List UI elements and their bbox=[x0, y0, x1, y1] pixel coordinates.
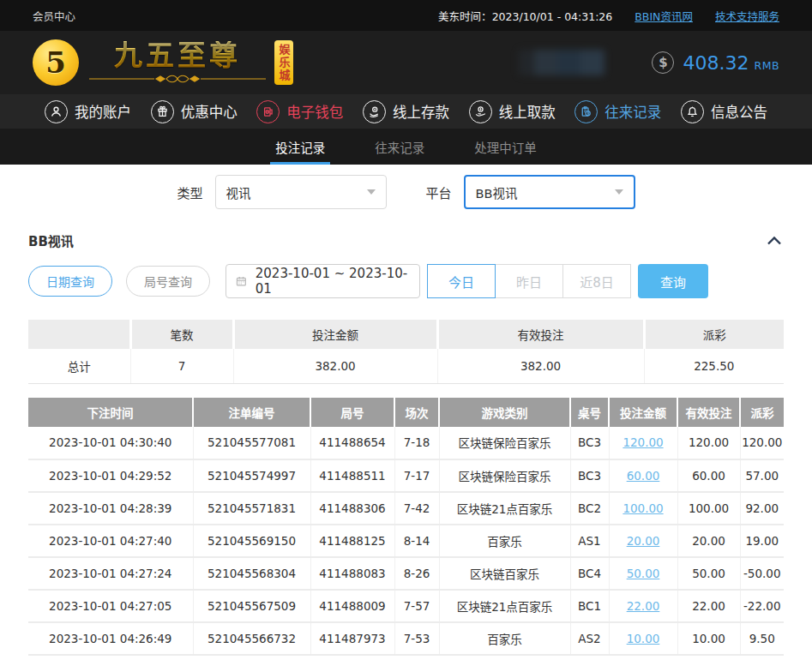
cell-payout: -22.00 bbox=[740, 590, 784, 622]
user-icon bbox=[45, 100, 68, 123]
cell-payout: 9.50 bbox=[740, 622, 784, 655]
cell-bet-amount: 10.00 bbox=[609, 622, 677, 655]
nav-item-my-account[interactable]: 我的账户 bbox=[45, 100, 131, 123]
bet-amount-link[interactable]: 120.00 bbox=[623, 435, 663, 449]
date-range-value: 2023-10-01 ~ 2023-10-01 bbox=[256, 266, 411, 297]
site-logo[interactable]: 5 九五至尊 娱乐城 bbox=[33, 39, 293, 86]
col-header-order-no: 注单编号 bbox=[193, 398, 310, 427]
cell-valid-bet: 22.00 bbox=[677, 590, 740, 622]
query-bar: 日期查询 局号查询 2023-10-01 ~ 2023-10-01 今日 昨日 … bbox=[28, 264, 784, 298]
summary-total-row: 总计 7 382.00 382.00 225.50 bbox=[28, 349, 784, 383]
calendar-icon bbox=[235, 274, 248, 288]
nav-item-deposit[interactable]: 线上存款 bbox=[363, 100, 449, 123]
bet-amount-link[interactable]: 60.00 bbox=[627, 469, 660, 483]
type-label: 类型 bbox=[177, 183, 202, 201]
summary-valid-bet: 382.00 bbox=[437, 349, 644, 383]
col-header-table-no: 桌号 bbox=[570, 398, 609, 427]
bbin-news-link[interactable]: BBIN资讯网 bbox=[635, 8, 693, 24]
bet-amount-link[interactable]: 10.00 bbox=[627, 632, 660, 645]
username-blurred bbox=[519, 50, 604, 75]
cell-session: 7-53 bbox=[394, 622, 439, 655]
balance-amount: 408.32 bbox=[683, 52, 749, 74]
summary-header-bet-amount: 投注金额 bbox=[233, 320, 437, 349]
bet-amount-link[interactable]: 22.00 bbox=[627, 599, 660, 613]
cell-valid-bet: 20.00 bbox=[677, 525, 740, 557]
summary-header-valid-bet: 有效投注 bbox=[437, 320, 644, 349]
bet-amount-link[interactable]: 50.00 bbox=[627, 567, 660, 580]
col-header-game-type: 游戏类别 bbox=[439, 398, 570, 427]
cell-order-no: 521045566732 bbox=[193, 622, 310, 655]
platform-label: 平台 bbox=[426, 183, 452, 201]
section-header: BB视讯 bbox=[28, 231, 784, 249]
tech-support-link[interactable]: 技术支持服务 bbox=[715, 8, 779, 24]
date-range-input[interactable]: 2023-10-01 ~ 2023-10-01 bbox=[226, 264, 420, 298]
summary-count: 7 bbox=[130, 349, 233, 383]
cell-valid-bet: 100.00 bbox=[677, 492, 740, 525]
cell-round-no: 411487973 bbox=[310, 622, 394, 655]
last-8-days-button[interactable]: 近8日 bbox=[562, 264, 631, 298]
col-header-bet-amount: 投注金额 bbox=[609, 398, 677, 427]
nav-item-withdraw[interactable]: 线上取款 bbox=[469, 100, 556, 123]
summary-table: 笔数 投注金额 有效投注 派彩 总计 7 382.00 382.00 225.5… bbox=[28, 320, 784, 384]
cell-table-no: BC4 bbox=[570, 557, 609, 590]
type-select[interactable]: 视讯 bbox=[215, 175, 387, 209]
tab-pending-orders[interactable]: 处理中订单 bbox=[469, 129, 542, 165]
cell-payout: 19.00 bbox=[740, 525, 784, 557]
cell-valid-bet: 120.00 bbox=[677, 427, 740, 459]
nav-item-announcements[interactable]: 信息公告 bbox=[681, 100, 767, 123]
cell-order-no: 521045577081 bbox=[193, 427, 310, 459]
nav-label: 电子钱包 bbox=[286, 101, 343, 122]
cell-bet-amount: 100.00 bbox=[609, 492, 677, 525]
nav-label: 线上取款 bbox=[499, 101, 556, 122]
cell-table-no: BC2 bbox=[570, 492, 609, 525]
cell-round-no: 411488306 bbox=[310, 492, 394, 525]
bet-amount-link[interactable]: 100.00 bbox=[623, 501, 663, 515]
deposit-hand-coin-icon bbox=[363, 100, 386, 123]
cell-payout: 57.00 bbox=[740, 459, 784, 492]
nav-label: 线上存款 bbox=[393, 101, 449, 122]
nav-label: 优惠中心 bbox=[181, 101, 238, 122]
round-query-button[interactable]: 局号查询 bbox=[126, 266, 210, 297]
cell-valid-bet: 10.00 bbox=[677, 622, 740, 655]
nav-label: 信息公告 bbox=[711, 101, 767, 122]
search-button[interactable]: 查询 bbox=[638, 264, 708, 298]
cell-game-type: 区块链21点百家乐 bbox=[439, 492, 570, 525]
cell-bet-time: 2023-10-01 04:27:40 bbox=[28, 525, 193, 557]
nav-item-promotions[interactable]: 优惠中心 bbox=[151, 100, 238, 123]
cell-round-no: 411488125 bbox=[310, 525, 394, 557]
quick-range-group: 今日 昨日 近8日 bbox=[427, 264, 631, 298]
tab-transaction-records[interactable]: 往来记录 bbox=[370, 129, 430, 165]
cell-session: 7-57 bbox=[394, 590, 439, 622]
gift-icon bbox=[151, 100, 174, 123]
summary-payout: 225.50 bbox=[644, 349, 784, 383]
cell-order-no: 521045568304 bbox=[193, 557, 310, 590]
bet-table-body: 2023-10-01 04:30:40521045577081411488654… bbox=[28, 427, 784, 655]
tab-bet-records[interactable]: 投注记录 bbox=[270, 129, 330, 165]
today-button[interactable]: 今日 bbox=[427, 264, 496, 298]
nav-item-e-wallet[interactable]: 电子钱包 bbox=[256, 100, 343, 123]
logo-badge: 娱乐城 bbox=[274, 40, 293, 85]
cell-bet-time: 2023-10-01 04:26:49 bbox=[28, 622, 193, 655]
brand-name: 九五至尊 bbox=[114, 41, 241, 69]
cell-session: 7-17 bbox=[394, 459, 439, 492]
date-query-button[interactable]: 日期查询 bbox=[28, 266, 112, 297]
bet-amount-link[interactable]: 20.00 bbox=[627, 534, 660, 548]
yesterday-button[interactable]: 昨日 bbox=[495, 264, 563, 298]
table-row: 2023-10-01 04:27:40521045569150411488125… bbox=[28, 525, 784, 557]
member-center-link[interactable]: 会员中心 bbox=[33, 8, 75, 24]
collapse-chevron-up-icon[interactable] bbox=[765, 234, 784, 247]
bet-records-table: 下注时间注单编号局号场次游戏类别桌号投注金额有效投注派彩 2023-10-01 … bbox=[28, 398, 784, 656]
cell-bet-time: 2023-10-01 04:27:05 bbox=[28, 590, 193, 622]
bell-icon bbox=[681, 100, 704, 123]
cell-order-no: 521045574997 bbox=[193, 459, 310, 492]
account-summary: $ 408.32 RMB bbox=[519, 50, 779, 75]
cell-bet-amount: 22.00 bbox=[609, 590, 677, 622]
cell-table-no: BC1 bbox=[570, 590, 609, 622]
logo-monogram-icon: 5 bbox=[33, 39, 79, 86]
cell-game-type: 区块链百家乐 bbox=[439, 557, 570, 590]
platform-select[interactable]: BB视讯 bbox=[464, 175, 635, 209]
nav-label: 往来记录 bbox=[604, 101, 661, 122]
cell-table-no: BC3 bbox=[570, 427, 609, 459]
nav-item-transaction-records[interactable]: 往来记录 bbox=[574, 100, 661, 123]
cell-session: 8-26 bbox=[394, 557, 439, 590]
